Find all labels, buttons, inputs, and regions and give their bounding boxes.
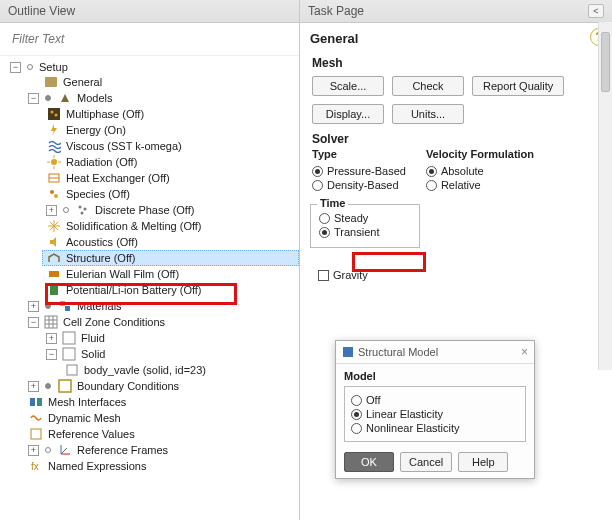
tree-item-solid[interactable]: −Solid (42, 346, 299, 362)
report-quality-button[interactable]: Report Quality (472, 76, 564, 96)
mesh-heading: Mesh (300, 52, 612, 72)
svg-rect-29 (67, 365, 77, 375)
collapse-icon[interactable]: − (28, 93, 39, 104)
filter-box (0, 23, 299, 56)
tree-item-general[interactable]: General (24, 74, 299, 90)
expand-icon[interactable]: + (28, 445, 39, 456)
tree-item-boundary[interactable]: +Boundary Conditions (24, 378, 299, 394)
svg-point-15 (84, 208, 87, 211)
radio-label: Nonlinear Elasticity (366, 422, 460, 434)
radio-transient[interactable]: Transient (319, 225, 411, 239)
tree-label: Viscous (SST k-omega) (66, 140, 182, 152)
filter-input[interactable] (10, 29, 289, 49)
tree-label: Radiation (Off) (66, 156, 137, 168)
vertical-scrollbar[interactable] (598, 22, 612, 370)
tree-label: Cell Zone Conditions (63, 316, 165, 328)
tree-item-heat-exchanger[interactable]: Heat Exchanger (Off) (42, 170, 299, 186)
tree-item-reference-values[interactable]: Reference Values (24, 426, 299, 442)
units-button[interactable]: Units... (392, 104, 464, 124)
display-button[interactable]: Display... (312, 104, 384, 124)
radio-pressure-based[interactable]: Pressure-Based (312, 164, 406, 178)
ref-frames-icon (57, 443, 73, 457)
tree-item-reference-frames[interactable]: +Reference Frames (24, 442, 299, 458)
svg-rect-30 (59, 380, 71, 392)
boundary-icon (57, 379, 73, 393)
check-button[interactable]: Check (392, 76, 464, 96)
collapse-icon[interactable]: − (28, 317, 39, 328)
tree-item-potential[interactable]: Potential/Li-ion Battery (Off) (42, 282, 299, 298)
radiation-icon (46, 155, 62, 169)
expand-icon[interactable]: + (46, 333, 57, 344)
tree-item-radiation[interactable]: Radiation (Off) (42, 154, 299, 170)
svg-rect-2 (48, 108, 60, 120)
svg-line-36 (61, 448, 67, 454)
ok-button[interactable]: OK (344, 452, 394, 472)
tree-item-energy[interactable]: Energy (On) (42, 122, 299, 138)
outline-view-title: Outline View (8, 4, 75, 18)
tree-label: Discrete Phase (Off) (95, 204, 194, 216)
tree-item-cellzone[interactable]: −Cell Zone Conditions (24, 314, 299, 330)
tree-item-structure[interactable]: Structure (Off) (42, 250, 299, 266)
tree-item-viscous[interactable]: Viscous (SST k-omega) (42, 138, 299, 154)
radio-steady[interactable]: Steady (319, 211, 411, 225)
eulerian-icon (46, 267, 62, 281)
tree-label: Potential/Li-ion Battery (Off) (66, 284, 202, 296)
tree-item-setup[interactable]: − Setup (6, 60, 299, 74)
dot-icon (45, 303, 51, 309)
radio-model-nonlinear[interactable]: Nonlinear Elasticity (351, 421, 519, 435)
tree-label: Mesh Interfaces (48, 396, 126, 408)
radio-density-based[interactable]: Density-Based (312, 178, 406, 192)
svg-rect-27 (63, 332, 75, 344)
collapse-icon[interactable]: − (10, 62, 21, 73)
svg-rect-31 (30, 398, 35, 406)
expand-icon[interactable]: + (46, 205, 57, 216)
help-button[interactable]: Help (458, 452, 508, 472)
radio-label: Off (366, 394, 380, 406)
tree-item-models[interactable]: − Models (24, 90, 299, 106)
dot-icon (45, 95, 51, 101)
tree-item-discrete-phase[interactable]: +Discrete Phase (Off) (42, 202, 299, 218)
svg-rect-18 (50, 285, 58, 295)
tree-label: Energy (On) (66, 124, 126, 136)
panel-menu-button[interactable]: < (588, 4, 604, 18)
tree-item-fluid[interactable]: +Fluid (42, 330, 299, 346)
expand-icon[interactable]: + (28, 301, 39, 312)
cancel-button[interactable]: Cancel (400, 452, 452, 472)
model-heading: Model (344, 370, 526, 382)
tree-label: Named Expressions (48, 460, 146, 472)
ref-values-icon (28, 427, 44, 441)
materials-icon (57, 299, 73, 313)
tree-label: body_vavle (solid, id=23) (84, 364, 206, 376)
tree-item-species[interactable]: Species (Off) (42, 186, 299, 202)
svg-rect-21 (65, 306, 70, 311)
velocity-formulation-heading: Velocity Formulation (426, 148, 534, 160)
dialog-close-button[interactable]: × (521, 345, 528, 359)
solidification-icon (46, 219, 62, 233)
tree-item-multiphase[interactable]: Multiphase (Off) (42, 106, 299, 122)
radio-relative[interactable]: Relative (426, 178, 534, 192)
heat-exchanger-icon (46, 171, 62, 185)
tree-item-acoustics[interactable]: Acoustics (Off) (42, 234, 299, 250)
tree-label: Solid (81, 348, 105, 360)
tree-item-solidification[interactable]: Solidification & Melting (Off) (42, 218, 299, 234)
tree-item-eulerian[interactable]: Eulerian Wall Film (Off) (42, 266, 299, 282)
radio-absolute[interactable]: Absolute (426, 164, 534, 178)
collapse-icon[interactable]: − (46, 349, 57, 360)
tree-item-named-expressions[interactable]: fxNamed Expressions (24, 458, 299, 474)
checkbox-gravity[interactable]: Gravity (318, 268, 594, 282)
general-heading: General (300, 23, 612, 52)
svg-marker-1 (61, 94, 69, 102)
radio-label: Steady (334, 212, 368, 224)
tree-item-dynamic-mesh[interactable]: Dynamic Mesh (24, 410, 299, 426)
scale-button[interactable]: Scale... (312, 76, 384, 96)
tree-item-body[interactable]: body_vavle (solid, id=23) (60, 362, 299, 378)
svg-point-3 (51, 111, 54, 114)
radio-model-off[interactable]: Off (351, 393, 519, 407)
tree-label: Models (77, 92, 112, 104)
tree-label: Eulerian Wall Film (Off) (66, 268, 179, 280)
tree-item-materials[interactable]: +Materials (24, 298, 299, 314)
solid-icon (61, 347, 77, 361)
radio-model-linear[interactable]: Linear Elasticity (351, 407, 519, 421)
expand-icon[interactable]: + (28, 381, 39, 392)
tree-item-mesh-interfaces[interactable]: Mesh Interfaces (24, 394, 299, 410)
